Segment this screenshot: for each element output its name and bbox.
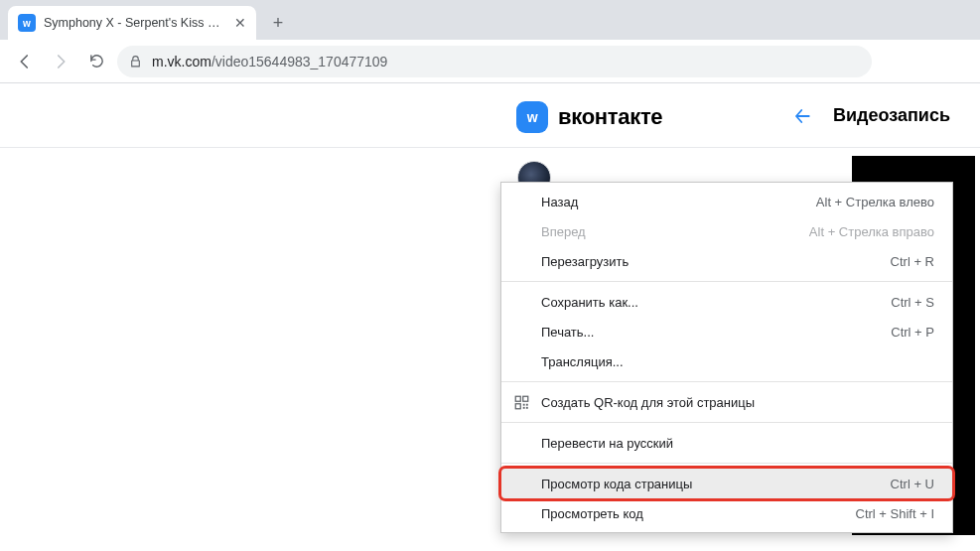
page-viewport: w вконтакте Видеозапись Назад Alt + Стре… [0,83,980,551]
ctx-view-source-shortcut: Ctrl + U [891,477,934,491]
ctx-separator [501,463,952,464]
ctx-create-qr-label: Создать QR-код для этой страницы [541,395,934,410]
vk-wordmark: вконтакте [558,104,662,130]
close-tab-icon[interactable]: ✕ [234,15,246,31]
ctx-inspect-label: Просмотреть код [541,506,856,521]
page-back-arrow-icon[interactable] [791,107,813,125]
back-button[interactable] [10,47,40,76]
new-tab-button[interactable]: + [264,9,292,37]
svg-rect-3 [522,403,524,405]
ctx-create-qr[interactable]: Создать QR-код для этой страницы [501,387,952,417]
ctx-print[interactable]: Печать... Ctrl + P [501,317,952,346]
qr-icon [513,394,529,410]
ctx-save-as-label: Сохранить как... [541,295,891,310]
url-host: m.vk.com [152,54,211,69]
vk-favicon: w [18,14,36,32]
ctx-cast[interactable]: Трансляция... [501,346,952,376]
browser-tab[interactable]: w Symphony X - Serpent's Kiss — В ✕ [8,6,256,40]
ctx-back-label: Назад [541,195,816,209]
ctx-back[interactable]: Назад Alt + Стрелка влево [501,187,952,216]
url-text: m.vk.com/video15644983_170477109 [152,54,387,69]
page-section-title: Видеозапись [833,105,950,126]
ctx-forward-label: Вперед [541,224,809,239]
ctx-separator [501,281,952,282]
ctx-back-shortcut: Alt + Стрелка влево [816,195,934,209]
address-bar[interactable]: m.vk.com/video15644983_170477109 [117,46,872,77]
ctx-forward-shortcut: Alt + Стрелка вправо [809,224,934,239]
forward-button [46,47,75,76]
lock-icon [129,55,142,69]
reload-button[interactable] [81,47,111,76]
tab-title: Symphony X - Serpent's Kiss — В [44,16,226,30]
context-menu: Назад Alt + Стрелка влево Вперед Alt + С… [500,182,953,533]
ctx-print-shortcut: Ctrl + P [891,325,934,340]
vk-logo-icon: w [516,101,548,133]
ctx-translate[interactable]: Перевести на русский [501,428,952,458]
ctx-separator [501,422,952,423]
ctx-view-source[interactable]: Просмотр кода страницы Ctrl + U [501,469,952,498]
ctx-reload-label: Перезагрузить [541,254,891,269]
tab-strip: w Symphony X - Serpent's Kiss — В ✕ + [0,0,980,40]
ctx-print-label: Печать... [541,325,891,340]
svg-rect-5 [522,406,524,408]
svg-rect-6 [525,406,527,408]
svg-rect-0 [515,396,520,401]
ctx-inspect[interactable]: Просмотреть код Ctrl + Shift + I [501,498,952,528]
ctx-save-as[interactable]: Сохранить как... Ctrl + S [501,287,952,317]
header-divider [0,147,980,148]
vk-header: w вконтакте Видеозапись [0,83,980,139]
url-path: /video15644983_170477109 [211,54,388,69]
ctx-inspect-shortcut: Ctrl + Shift + I [856,506,934,521]
vk-brand[interactable]: w вконтакте [516,101,662,133]
ctx-separator [501,381,952,382]
browser-toolbar: m.vk.com/video15644983_170477109 [0,40,980,83]
svg-rect-1 [522,396,527,401]
ctx-cast-label: Трансляция... [541,354,934,369]
ctx-translate-label: Перевести на русский [541,436,934,451]
svg-rect-4 [525,403,527,405]
svg-rect-2 [515,403,520,408]
ctx-save-as-shortcut: Ctrl + S [891,295,934,310]
ctx-view-source-label: Просмотр кода страницы [541,477,891,491]
ctx-reload-shortcut: Ctrl + R [891,254,934,269]
ctx-forward: Вперед Alt + Стрелка вправо [501,216,952,246]
ctx-reload[interactable]: Перезагрузить Ctrl + R [501,246,952,276]
